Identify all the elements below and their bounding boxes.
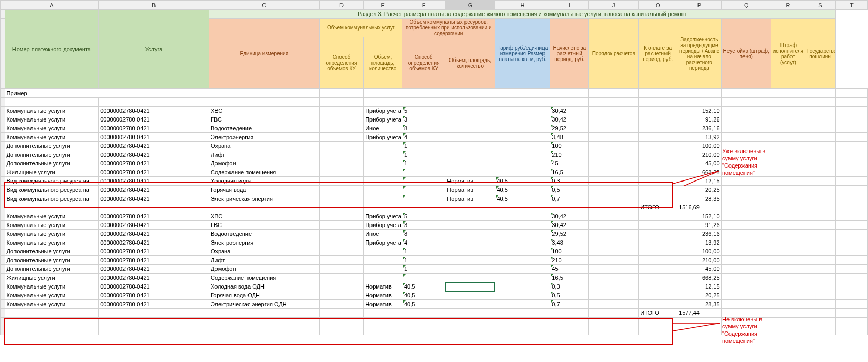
cell-doc[interactable]: 00000002780-0421: [99, 186, 209, 194]
cell-category[interactable]: Коммунальные услуги: [5, 107, 99, 115]
table-row[interactable]: Дополнительные услуги00000002780-0421Дом…: [1, 265, 868, 274]
cell-vol-kr[interactable]: [495, 159, 550, 168]
cell-method-kr[interactable]: [445, 150, 495, 159]
cell-method-kr[interactable]: [445, 115, 495, 124]
cell-method[interactable]: [364, 265, 402, 274]
cell-order[interactable]: [639, 107, 677, 115]
cell-doc[interactable]: 00000002780-0421: [99, 212, 209, 221]
cell-service[interactable]: Электрическая энергия ОДН: [209, 300, 319, 309]
cell-unit[interactable]: [319, 133, 363, 142]
table-row[interactable]: Коммунальные услуги00000002780-0421Холод…: [1, 282, 868, 291]
cell-tariff[interactable]: 3,48: [550, 238, 589, 247]
col-header[interactable]: E: [364, 1, 402, 10]
cell-category[interactable]: Коммунальные услуги: [5, 133, 99, 142]
cell-category[interactable]: Вид коммунального ресурса на: [5, 186, 99, 194]
cell-doc[interactable]: 00000002780-0421: [99, 274, 209, 282]
cell-method-kr[interactable]: [445, 265, 495, 274]
col-header[interactable]: S: [805, 1, 836, 10]
cell-pay[interactable]: 12,15: [677, 177, 721, 186]
table-row[interactable]: Коммунальные услуги00000002780-0421Горяч…: [1, 291, 868, 300]
cell-tariff[interactable]: 29,52: [550, 230, 589, 238]
cell-service[interactable]: Охрана: [209, 247, 319, 256]
cell-service[interactable]: Охрана: [209, 142, 319, 150]
table-row[interactable]: Коммунальные услуги00000002780-0421ГВСПр…: [1, 115, 868, 124]
cell-category[interactable]: Вид коммунального ресурса на: [5, 194, 99, 203]
cell-tariff[interactable]: 100: [550, 142, 589, 150]
cell-vol[interactable]: 40,5: [402, 300, 445, 309]
col-header[interactable]: C: [209, 1, 319, 10]
cell-vol-kr[interactable]: 40,5: [495, 186, 550, 194]
cell-tariff[interactable]: 29,52: [550, 124, 589, 133]
cell-service[interactable]: Горячая вода: [209, 186, 319, 194]
cell-vol[interactable]: 5: [402, 107, 445, 115]
cell-doc[interactable]: 00000002780-0421: [99, 177, 209, 186]
table-row[interactable]: Вид коммунального ресурса на00000002780-…: [1, 177, 868, 186]
cell-pay[interactable]: 236,16: [677, 230, 721, 238]
cell-service[interactable]: Водоотведение: [209, 124, 319, 133]
cell-tariff[interactable]: 30,42: [550, 212, 589, 221]
cell-order[interactable]: [639, 282, 677, 291]
cell-method-kr[interactable]: [445, 238, 495, 247]
cell-accrued[interactable]: [589, 186, 639, 194]
cell-method-kr[interactable]: [445, 256, 495, 265]
table-row[interactable]: Коммунальные услуги00000002780-0421ГВСПр…: [1, 221, 868, 230]
cell-pay[interactable]: 28,35: [677, 300, 721, 309]
cell-service[interactable]: Водоотведение: [209, 230, 319, 238]
cell-vol[interactable]: 1: [402, 247, 445, 256]
cell-tariff[interactable]: 16,5: [550, 274, 589, 282]
cell-accrued[interactable]: [589, 133, 639, 142]
cell-pay[interactable]: 152,10: [677, 107, 721, 115]
cell-method-kr[interactable]: [445, 300, 495, 309]
cell-category[interactable]: Жилищные услуги: [5, 168, 99, 177]
cell-vol[interactable]: [402, 177, 445, 186]
cell-vol[interactable]: 1: [402, 150, 445, 159]
row-header[interactable]: [1, 274, 5, 282]
cell-category[interactable]: Коммунальные услуги: [5, 115, 99, 124]
row-header[interactable]: [1, 300, 5, 309]
table-row[interactable]: Коммунальные услуги00000002780-0421Водоо…: [1, 230, 868, 238]
cell-order[interactable]: [639, 142, 677, 150]
cell-category[interactable]: Коммунальные услуги: [5, 282, 99, 291]
cell-method[interactable]: Иное: [364, 230, 402, 238]
cell-pay[interactable]: 668,25: [677, 168, 721, 177]
table-row[interactable]: Жилищные услуги00000002780-0421Содержани…: [1, 274, 868, 282]
cell-vol-kr[interactable]: [495, 238, 550, 247]
row-header[interactable]: [1, 238, 5, 247]
cell-pay[interactable]: 45,00: [677, 159, 721, 168]
cell-accrued[interactable]: [589, 247, 639, 256]
cell-category[interactable]: Коммунальные услуги: [5, 238, 99, 247]
row-header[interactable]: [1, 194, 5, 203]
cell-tariff[interactable]: 3,48: [550, 133, 589, 142]
cell-accrued[interactable]: [589, 159, 639, 168]
row-header[interactable]: [1, 309, 5, 318]
row-header[interactable]: [1, 142, 5, 150]
cell-vol[interactable]: 8: [402, 230, 445, 238]
cell-tariff[interactable]: 30,42: [550, 221, 589, 230]
cell-vol[interactable]: 1: [402, 265, 445, 274]
cell-vol-kr[interactable]: [495, 168, 550, 177]
cell-vol-kr[interactable]: [495, 107, 550, 115]
cell-vol[interactable]: 1: [402, 256, 445, 265]
cell-service[interactable]: Содержание помещения: [209, 168, 319, 177]
cell-accrued[interactable]: [589, 212, 639, 221]
col-header[interactable]: A: [5, 1, 99, 10]
cell-vol-kr[interactable]: [495, 256, 550, 265]
row-header[interactable]: [1, 177, 5, 186]
cell-method[interactable]: Прибор учета: [364, 221, 402, 230]
table-row[interactable]: Коммунальные услуги00000002780-0421ХВСПр…: [1, 212, 868, 221]
cell-vol-kr[interactable]: [495, 274, 550, 282]
cell-pay[interactable]: 12,15: [677, 282, 721, 291]
cell-vol-kr[interactable]: [495, 212, 550, 221]
row-header[interactable]: [1, 107, 5, 115]
cell-method[interactable]: Прибор учета: [364, 115, 402, 124]
cell-order[interactable]: [639, 133, 677, 142]
cell-method-kr[interactable]: Норматив: [445, 186, 495, 194]
cell-pay[interactable]: 210,00: [677, 150, 721, 159]
cell-service[interactable]: Домофон: [209, 265, 319, 274]
cell-category[interactable]: Дополнительные услуги: [5, 247, 99, 256]
cell-doc[interactable]: 00000002780-0421: [99, 230, 209, 238]
cell-method[interactable]: Норматив: [364, 291, 402, 300]
cell-category[interactable]: Коммунальные услуги: [5, 124, 99, 133]
cell-pay[interactable]: 45,00: [677, 265, 721, 274]
cell-unit[interactable]: [319, 150, 363, 159]
